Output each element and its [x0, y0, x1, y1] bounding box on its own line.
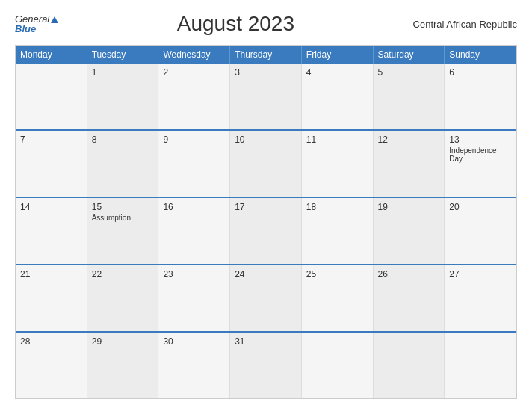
cell-w4-thu: 24 — [230, 265, 302, 331]
logo-blue-text: Blue — [15, 24, 58, 34]
cell-w4-tue: 22 — [87, 265, 159, 331]
cell-w5-fri — [302, 333, 374, 398]
header-wednesday: Wednesday — [158, 46, 230, 64]
header-saturday: Saturday — [374, 46, 445, 64]
calendar-row-2: 7 8 9 10 11 12 13 Independence Day — [16, 129, 516, 197]
cell-w3-fri: 18 — [302, 198, 374, 264]
cell-w5-sun — [445, 333, 516, 398]
cell-w3-wed: 16 — [158, 198, 230, 264]
logo: General Blue — [15, 14, 58, 34]
cell-w5-tue: 29 — [87, 333, 159, 398]
cell-w1-sat: 5 — [374, 64, 445, 129]
cell-w1-wed: 2 — [158, 64, 230, 129]
cell-w3-sun: 20 — [445, 198, 516, 264]
cell-w1-tue: 1 — [87, 64, 159, 129]
calendar-header: Monday Tuesday Wednesday Thursday Friday… — [16, 46, 516, 64]
cell-w2-mon: 7 — [16, 131, 87, 197]
calendar-row-4: 21 22 23 24 25 26 27 — [16, 264, 516, 331]
calendar-row-1: 1 2 3 4 5 6 — [16, 64, 516, 129]
page-title: August 2023 — [177, 12, 294, 36]
calendar-body: 1 2 3 4 5 6 7 8 9 10 11 12 13 Independen… — [16, 64, 516, 398]
cell-w2-fri: 11 — [302, 131, 374, 197]
cell-w4-sun: 27 — [445, 265, 516, 331]
header-sunday: Sunday — [445, 46, 516, 64]
country-label: Central African Republic — [413, 19, 517, 30]
cell-w1-thu: 3 — [230, 64, 302, 129]
cell-w5-thu: 31 — [230, 333, 302, 398]
cell-w4-sat: 26 — [374, 265, 445, 331]
header-thursday: Thursday — [230, 46, 302, 64]
cell-w3-sat: 19 — [374, 198, 445, 264]
cell-w2-sat: 12 — [374, 131, 445, 197]
calendar-row-5: 28 29 30 31 — [16, 331, 516, 398]
cell-w2-sun: 13 Independence Day — [445, 131, 516, 197]
cell-w5-mon: 28 — [16, 333, 87, 398]
cell-w2-tue: 8 — [87, 131, 159, 197]
cell-w5-wed: 30 — [158, 333, 230, 398]
header-monday: Monday — [16, 46, 87, 64]
cell-w5-sat — [374, 333, 445, 398]
logo-triangle-icon — [51, 16, 58, 23]
cell-w4-wed: 23 — [158, 265, 230, 331]
cell-w3-tue: 15 Assumption — [87, 198, 159, 264]
calendar: Monday Tuesday Wednesday Thursday Friday… — [15, 45, 517, 399]
calendar-row-3: 14 15 Assumption 16 17 18 19 20 — [16, 197, 516, 264]
cell-w3-thu: 17 — [230, 198, 302, 264]
cell-w4-fri: 25 — [302, 265, 374, 331]
cell-w3-mon: 14 — [16, 198, 87, 264]
cell-w2-wed: 9 — [158, 131, 230, 197]
cell-w2-thu: 10 — [230, 131, 302, 197]
page-header: General Blue August 2023 Central African… — [15, 12, 517, 36]
header-tuesday: Tuesday — [87, 46, 159, 64]
cell-w4-mon: 21 — [16, 265, 87, 331]
cell-w1-fri: 4 — [302, 64, 374, 129]
header-friday: Friday — [302, 46, 374, 64]
cell-w1-sun: 6 — [445, 64, 516, 129]
cell-w1-mon — [16, 64, 87, 129]
